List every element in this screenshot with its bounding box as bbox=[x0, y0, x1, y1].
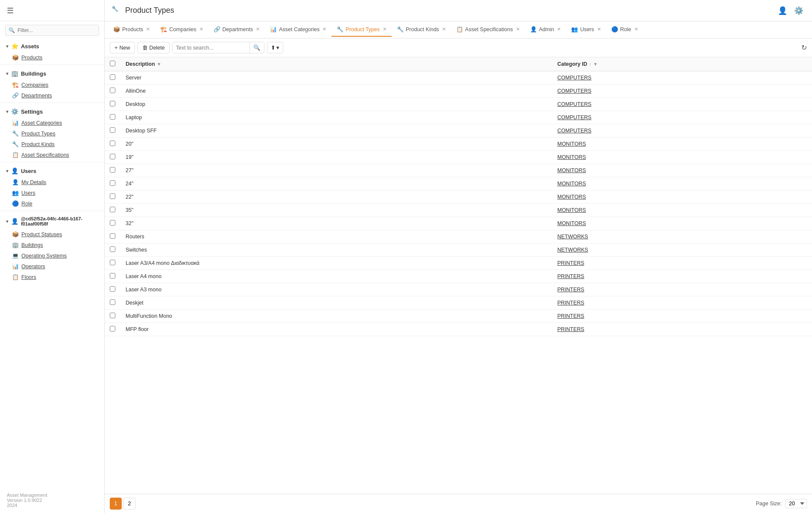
row-checkbox[interactable] bbox=[110, 193, 115, 199]
row-checkbox[interactable] bbox=[110, 220, 115, 226]
row-checkbox[interactable] bbox=[110, 88, 115, 93]
sidebar-item-asset-categories-link[interactable]: Asset Categories bbox=[21, 120, 62, 126]
sidebar-item-my-details-link[interactable]: My Details bbox=[21, 179, 46, 185]
tab-products-close[interactable]: ✕ bbox=[146, 26, 150, 32]
tab-role-close[interactable]: ✕ bbox=[634, 26, 638, 32]
sidebar-item-role[interactable]: 🔵 Role bbox=[0, 198, 104, 209]
row-checkbox[interactable] bbox=[110, 180, 115, 186]
menu-icon[interactable]: ☰ bbox=[7, 6, 14, 15]
search-button[interactable]: 🔍 bbox=[249, 42, 264, 53]
sidebar-item-role-link[interactable]: Role bbox=[21, 201, 32, 207]
search-input[interactable] bbox=[173, 43, 249, 53]
sidebar-item-products[interactable]: 📦 Products bbox=[0, 52, 104, 63]
row-checkbox[interactable] bbox=[110, 127, 115, 133]
category-link[interactable]: COMPUTERS bbox=[557, 75, 592, 81]
tab-users[interactable]: 👥 Users ✕ bbox=[566, 23, 606, 37]
category-link[interactable]: PRINTERS bbox=[557, 326, 584, 332]
category-link[interactable]: MONITORS bbox=[557, 154, 586, 160]
page-size-select[interactable]: 20 10 50 100 bbox=[785, 499, 807, 508]
user-account-button[interactable]: 👤 bbox=[776, 4, 789, 17]
sidebar-item-asset-specifications-link[interactable]: Asset Specifications bbox=[21, 152, 69, 158]
sidebar-item-product-statuses-link[interactable]: Product Statuses bbox=[21, 232, 62, 237]
tab-product-types[interactable]: 🔧 Product Types ✕ bbox=[331, 23, 392, 37]
category-link[interactable]: PRINTERS bbox=[557, 313, 584, 319]
sidebar-item-asset-categories[interactable]: 📊 Asset Categories bbox=[0, 117, 104, 128]
tab-product-kinds-close[interactable]: ✕ bbox=[442, 26, 446, 32]
tab-departments[interactable]: 🔗 Departments ✕ bbox=[208, 23, 265, 37]
new-button[interactable]: + New bbox=[110, 42, 135, 53]
tab-admin-close[interactable]: ✕ bbox=[557, 26, 561, 32]
sidebar-filter-input[interactable] bbox=[5, 25, 99, 36]
row-checkbox[interactable] bbox=[110, 326, 115, 331]
sidebar-item-asset-specifications[interactable]: 📋 Asset Specifications bbox=[0, 150, 104, 160]
sidebar-section-users-header[interactable]: ▼ 👤 Users bbox=[0, 165, 104, 177]
category-link[interactable]: MONITORS bbox=[557, 220, 586, 226]
category-link[interactable]: PRINTERS bbox=[557, 287, 584, 293]
tab-asset-categories-close[interactable]: ✕ bbox=[322, 26, 326, 32]
tab-role[interactable]: 🔵 Role ✕ bbox=[606, 23, 643, 37]
tab-departments-close[interactable]: ✕ bbox=[256, 26, 260, 32]
sidebar-item-users-link[interactable]: Users bbox=[21, 190, 35, 196]
tab-products[interactable]: 📦 Products ✕ bbox=[108, 23, 155, 37]
sidebar-item-floors[interactable]: 📋 Floors bbox=[0, 272, 104, 282]
sidebar-item-product-statuses[interactable]: 📦 Product Statuses bbox=[0, 229, 104, 240]
row-checkbox[interactable] bbox=[110, 207, 115, 212]
row-checkbox[interactable] bbox=[110, 74, 115, 80]
delete-button[interactable]: 🗑 Delete bbox=[138, 42, 170, 53]
category-sort-icon[interactable]: ↑ bbox=[589, 62, 592, 67]
category-link[interactable]: PRINTERS bbox=[557, 273, 584, 279]
sidebar-item-product-types-link[interactable]: Product Types bbox=[21, 131, 56, 137]
category-link[interactable]: NETWORKS bbox=[557, 234, 588, 240]
category-link[interactable]: MONITORS bbox=[557, 167, 586, 173]
sidebar-item-operators-link[interactable]: Operators bbox=[21, 264, 45, 270]
category-link[interactable]: MONITORS bbox=[557, 207, 586, 213]
category-link[interactable]: MONITORS bbox=[557, 194, 586, 200]
th-description[interactable]: Description ▼ bbox=[120, 57, 552, 71]
sidebar-item-product-kinds[interactable]: 🔧 Product Kinds bbox=[0, 139, 104, 150]
page-2-button[interactable]: 2 bbox=[123, 498, 135, 510]
category-link[interactable]: MONITORS bbox=[557, 141, 586, 147]
row-checkbox[interactable] bbox=[110, 141, 115, 146]
sidebar-item-operating-systems[interactable]: 💻 Operating Systems bbox=[0, 250, 104, 261]
tab-companies[interactable]: 🏗️ Companies ✕ bbox=[155, 23, 208, 37]
row-checkbox[interactable] bbox=[110, 260, 115, 265]
row-checkbox[interactable] bbox=[110, 101, 115, 106]
sidebar-item-departments-link[interactable]: Departments bbox=[21, 93, 52, 99]
category-link[interactable]: NETWORKS bbox=[557, 247, 588, 253]
sidebar-item-product-types[interactable]: 🔧 Product Types bbox=[0, 128, 104, 139]
sidebar-item-buildings[interactable]: 🏢 Buildings bbox=[0, 240, 104, 250]
sidebar-item-products-link[interactable]: Products bbox=[21, 55, 42, 61]
sidebar-section-assets-header[interactable]: ▼ ⭐ Assets bbox=[0, 40, 104, 52]
th-category-id[interactable]: Category ID ↑ ▼ bbox=[552, 57, 812, 71]
tab-asset-categories[interactable]: 📊 Asset Categories ✕ bbox=[265, 23, 331, 37]
tab-asset-specifications-close[interactable]: ✕ bbox=[516, 26, 520, 32]
category-link[interactable]: COMPUTERS bbox=[557, 88, 592, 94]
category-link[interactable]: PRINTERS bbox=[557, 260, 584, 266]
sidebar-item-users[interactable]: 👥 Users bbox=[0, 188, 104, 198]
sidebar-section-settings-header[interactable]: ▼ ⚙️ Settings bbox=[0, 106, 104, 117]
refresh-button[interactable]: ↻ bbox=[801, 44, 807, 52]
tab-product-types-close[interactable]: ✕ bbox=[383, 26, 387, 32]
tab-admin[interactable]: 👤 Admin ✕ bbox=[525, 23, 566, 37]
row-checkbox[interactable] bbox=[110, 233, 115, 239]
settings-button[interactable]: ⚙️ bbox=[792, 4, 805, 17]
sidebar-item-companies[interactable]: 🏗️ Companies bbox=[0, 79, 104, 90]
sidebar-item-buildings-link[interactable]: Buildings bbox=[21, 242, 43, 248]
sidebar-item-os-link[interactable]: Operating Systems bbox=[21, 253, 67, 259]
category-link[interactable]: COMPUTERS bbox=[557, 128, 592, 134]
sidebar-item-product-kinds-link[interactable]: Product Kinds bbox=[21, 141, 55, 147]
sidebar-item-operators[interactable]: 📊 Operators bbox=[0, 261, 104, 272]
category-link[interactable]: COMPUTERS bbox=[557, 101, 592, 107]
row-checkbox[interactable] bbox=[110, 246, 115, 252]
tab-users-close[interactable]: ✕ bbox=[597, 26, 601, 32]
row-checkbox[interactable] bbox=[110, 313, 115, 318]
sidebar-item-departments[interactable]: 🔗 Departments bbox=[0, 90, 104, 101]
category-link[interactable]: COMPUTERS bbox=[557, 114, 592, 120]
sidebar-item-floors-link[interactable]: Floors bbox=[21, 274, 36, 280]
sidebar-section-buildings-header[interactable]: ▼ 🏢 Buildings bbox=[0, 67, 104, 79]
sidebar-item-my-details[interactable]: 👤 My Details bbox=[0, 177, 104, 188]
row-checkbox[interactable] bbox=[110, 114, 115, 120]
select-all-checkbox[interactable] bbox=[110, 61, 115, 66]
row-checkbox[interactable] bbox=[110, 154, 115, 159]
row-checkbox[interactable] bbox=[110, 286, 115, 292]
